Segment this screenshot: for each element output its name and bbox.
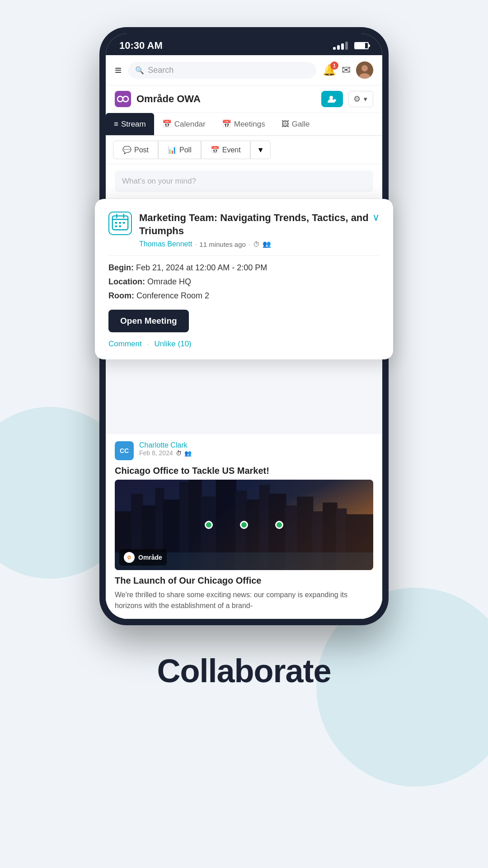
open-meeting-button[interactable]: Open Meeting	[108, 310, 189, 332]
post-icon: 💬	[122, 146, 131, 154]
signal-bar-1	[333, 47, 336, 50]
comment-link[interactable]: Comment	[108, 340, 142, 349]
group-name: Område OWA	[136, 93, 316, 105]
feed-image: Ø Område	[115, 480, 373, 570]
begin-label: Begin:	[108, 263, 134, 272]
search-placeholder: Search	[148, 66, 174, 75]
stream-icon: ≡	[114, 120, 118, 129]
signal-bars	[333, 42, 348, 50]
feed-meta-group-icon: 👥	[184, 450, 192, 457]
location-label: Location:	[108, 277, 145, 286]
post-button[interactable]: 💬 Post	[113, 141, 158, 159]
search-bar[interactable]: 🔍 Search	[128, 62, 316, 79]
poll-button[interactable]: 📊 Poll	[158, 141, 201, 159]
meeting-collapse-button[interactable]: ∨	[372, 212, 380, 223]
feed-body-title: The Launch of Our Chicago Office	[115, 576, 373, 586]
battery-fill	[355, 43, 365, 48]
location-row: Location: Omrade HQ	[108, 277, 380, 287]
signal-bar-3	[341, 43, 344, 50]
meeting-author: Thomas Bennett	[139, 240, 192, 248]
card-actions: Comment · Unlike (10)	[108, 340, 380, 349]
battery-icon	[354, 42, 369, 49]
group-icon: 👥	[263, 240, 271, 248]
tab-stream[interactable]: ≡ Stream	[106, 113, 154, 135]
signal-bar-2	[337, 45, 340, 50]
tab-meetings[interactable]: 📅 Meetings	[214, 113, 273, 135]
gallery-icon: 🖼	[282, 120, 289, 129]
group-logo	[115, 91, 131, 107]
svg-rect-38	[119, 226, 121, 227]
event-icon: 📅	[211, 146, 220, 154]
unlike-link[interactable]: Unlike (10)	[155, 340, 192, 349]
svg-point-6	[329, 96, 333, 99]
poll-icon: 📊	[168, 146, 177, 154]
feed-item-header: CC Charlotte Clark Feb 8, 2024 ⏱ 👥	[115, 441, 373, 460]
feed-author-name: Charlotte Clark	[139, 441, 373, 449]
tab-gallery[interactable]: 🖼 Galle	[273, 113, 318, 135]
status-time: 10:30 AM	[119, 40, 163, 52]
room-label: Room:	[108, 291, 134, 300]
user-avatar[interactable]	[356, 61, 373, 79]
meeting-card: Marketing Team: Navigating Trends, Tacti…	[95, 199, 393, 359]
meeting-calendar-icon	[108, 212, 132, 235]
meeting-time-ago: 11 minutes ago	[199, 241, 246, 248]
meeting-title: Marketing Team: Navigating Trends, Tacti…	[139, 212, 369, 237]
group-settings-button[interactable]: ⚙ ▼	[348, 91, 373, 107]
svg-rect-34	[115, 222, 117, 224]
location-value-text: Omrade HQ	[147, 277, 191, 286]
feed-meta-clock-icon: ⏱	[176, 450, 182, 457]
header-icons: 🔔 1 ✉	[323, 61, 373, 79]
more-actions-button[interactable]: ▼	[250, 141, 271, 159]
meeting-card-header: Marketing Team: Navigating Trends, Tacti…	[108, 212, 380, 248]
meta-separator-1: ·	[195, 241, 197, 248]
tab-calendar[interactable]: 📅 Calendar	[154, 113, 214, 135]
mind-input-area[interactable]: What's on your mind?	[106, 164, 382, 199]
signal-bar-4	[345, 42, 348, 50]
meta-separator-2: ·	[249, 241, 250, 248]
svg-rect-37	[115, 226, 117, 227]
meeting-title-area: Marketing Team: Navigating Trends, Tacti…	[139, 212, 380, 248]
status-icons	[333, 42, 369, 50]
action-separator: ·	[147, 340, 149, 348]
svg-rect-35	[119, 222, 121, 224]
nav-tabs: ≡ Stream 📅 Calendar 📅 Meetings 🖼 Galle	[106, 113, 382, 136]
begin-value-text: Feb 21, 2024 at 12:00 AM - 2:00 PM	[136, 263, 267, 272]
notification-bell[interactable]: 🔔 1	[323, 64, 336, 76]
feed-author-avatar: CC	[115, 441, 134, 460]
clock-icon: ⏱	[253, 241, 260, 248]
meeting-details: Begin: Feb 21, 2024 at 12:00 AM - 2:00 P…	[108, 263, 380, 301]
begin-row: Begin: Feb 21, 2024 at 12:00 AM - 2:00 P…	[108, 263, 380, 273]
collaborate-title: Collaborate	[157, 652, 331, 689]
skyline-dot-3	[275, 521, 283, 529]
meeting-card-container: Marketing Team: Navigating Trends, Tacti…	[90, 199, 398, 359]
feed-item-chicago: CC Charlotte Clark Feb 8, 2024 ⏱ 👥 Chica…	[106, 434, 382, 619]
omrade-logo-text: Område	[138, 554, 162, 561]
notification-badge: 1	[330, 61, 338, 70]
svg-rect-36	[123, 222, 125, 224]
feed-body-text: We're thrilled to share some exciting ne…	[115, 590, 373, 611]
status-bar: 10:30 AM	[106, 33, 382, 55]
group-header: Område OWA ⚙ ▼	[106, 85, 382, 113]
group-join-button[interactable]	[321, 91, 343, 107]
mind-input-placeholder: What's on your mind?	[122, 177, 196, 185]
room-value-text: Conference Room 2	[136, 291, 209, 300]
skyline-dot-2	[240, 521, 248, 529]
meeting-meta: Thomas Bennett · 11 minutes ago · ⏱ 👥	[139, 240, 380, 248]
skyline-dot-1	[205, 521, 213, 529]
feed-header-title: Chicago Office to Tackle US Market!	[115, 466, 373, 476]
omrade-logo-small: Ø	[124, 552, 135, 563]
mind-input-field[interactable]: What's on your mind?	[115, 170, 373, 192]
room-row: Room: Conference Room 2	[108, 291, 380, 301]
search-icon: 🔍	[135, 66, 144, 75]
post-action-bar: 💬 Post 📊 Poll 📅 Event ▼	[106, 136, 382, 164]
app-header: ≡ 🔍 Search 🔔 1 ✉	[106, 55, 382, 85]
collaborate-section: Collaborate	[0, 625, 488, 726]
feed-image-logo-overlay: Ø Område	[119, 549, 167, 566]
meetings-icon: 📅	[222, 119, 231, 129]
hamburger-icon[interactable]: ≡	[115, 63, 122, 77]
phone-frame: 10:30 AM ≡ 🔍	[99, 27, 389, 625]
card-divider	[108, 255, 380, 256]
svg-point-1	[361, 65, 368, 71]
mail-icon[interactable]: ✉	[342, 64, 351, 76]
event-button[interactable]: 📅 Event	[201, 141, 250, 159]
